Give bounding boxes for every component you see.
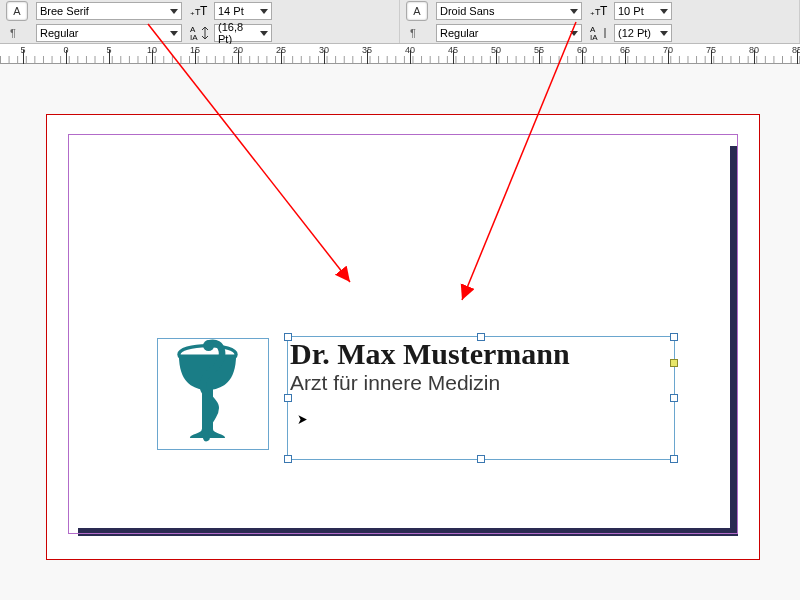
ruler-label: 45 xyxy=(448,45,458,55)
logo-image-frame[interactable] xyxy=(157,338,269,450)
font-size-value: 10 Pt xyxy=(618,5,644,17)
ruler-label: 40 xyxy=(405,45,415,55)
horizontal-ruler[interactable]: 105051015202530354045505560657075808590 xyxy=(0,44,800,64)
document-canvas[interactable]: Dr. Max Mustermann Arzt für innere Mediz… xyxy=(0,64,800,600)
ruler-label: 5 xyxy=(106,45,111,55)
leading-combo-right[interactable]: (12 Pt) xyxy=(614,24,672,42)
selection-handle[interactable] xyxy=(284,394,292,402)
dropdown-triangle-icon xyxy=(660,31,668,36)
font-family-combo-left[interactable]: Bree Serif xyxy=(36,2,182,20)
leading-icon: AIA xyxy=(586,25,614,41)
ruler-label: 20 xyxy=(233,45,243,55)
dropdown-triangle-icon xyxy=(170,9,178,14)
text-toolbars: A Bree Serif ₊TT 14 Pt ¶ Regular AIA (16… xyxy=(0,0,800,44)
ruler-label: 25 xyxy=(276,45,286,55)
selection-handle[interactable] xyxy=(670,455,678,463)
ruler-label: 35 xyxy=(362,45,372,55)
font-style-value: Regular xyxy=(440,27,479,39)
subtitle-text[interactable]: Arzt für innere Medizin xyxy=(288,371,674,395)
font-size-icon: ₊TT xyxy=(186,3,214,19)
font-family-value: Droid Sans xyxy=(440,5,494,17)
title-text[interactable]: Dr. Max Mustermann xyxy=(288,337,674,371)
char-palette-toggle-left[interactable]: A xyxy=(6,1,28,21)
font-size-combo-left[interactable]: 14 Pt xyxy=(214,2,272,20)
bowl-of-hygieia-icon xyxy=(158,339,268,449)
ruler-label: 60 xyxy=(577,45,587,55)
selection-handle[interactable] xyxy=(670,394,678,402)
font-size-icon: ₊TT xyxy=(586,3,614,19)
leading-value: (12 Pt) xyxy=(618,27,651,39)
toolbar-character-left: A Bree Serif ₊TT 14 Pt ¶ Regular AIA (16… xyxy=(0,0,400,43)
dropdown-triangle-icon xyxy=(260,31,268,36)
svg-text:T: T xyxy=(200,4,208,18)
mouse-cursor-icon: ➤ xyxy=(297,411,308,427)
ruler-label: 55 xyxy=(534,45,544,55)
ruler-label: 5 xyxy=(20,45,25,55)
toolbar-character-right: A Droid Sans ₊TT 10 Pt ¶ Regular AIA (12… xyxy=(400,0,800,43)
ruler-label: 0 xyxy=(63,45,68,55)
font-size-value: 14 Pt xyxy=(218,5,244,17)
dropdown-triangle-icon xyxy=(260,9,268,14)
font-style-combo-left[interactable]: Regular xyxy=(36,24,182,42)
selection-handle[interactable] xyxy=(477,455,485,463)
ruler-label: 50 xyxy=(491,45,501,55)
selection-handle[interactable] xyxy=(284,333,292,341)
dropdown-triangle-icon xyxy=(570,31,578,36)
ruler-label: 80 xyxy=(749,45,759,55)
ruler-label: 10 xyxy=(147,45,157,55)
font-style-value: Regular xyxy=(40,27,79,39)
dropdown-triangle-icon xyxy=(570,9,578,14)
svg-text:IA: IA xyxy=(190,33,198,41)
leading-value: (16,8 Pt) xyxy=(218,21,260,45)
ruler-label: 15 xyxy=(190,45,200,55)
selection-handle[interactable] xyxy=(284,455,292,463)
para-palette-toggle-left[interactable]: ¶ xyxy=(10,27,36,39)
dropdown-triangle-icon xyxy=(170,31,178,36)
font-style-combo-right[interactable]: Regular xyxy=(436,24,582,42)
ruler-label: 85 xyxy=(792,45,800,55)
svg-text:IA: IA xyxy=(590,33,598,41)
dropdown-triangle-icon xyxy=(660,9,668,14)
font-family-combo-right[interactable]: Droid Sans xyxy=(436,2,582,20)
selection-handle[interactable] xyxy=(477,333,485,341)
selection-handle[interactable] xyxy=(670,333,678,341)
font-family-value: Bree Serif xyxy=(40,5,89,17)
leading-combo-left[interactable]: (16,8 Pt) xyxy=(214,24,272,42)
text-frame[interactable]: Dr. Max Mustermann Arzt für innere Mediz… xyxy=(287,336,675,460)
para-palette-toggle-right[interactable]: ¶ xyxy=(410,27,436,39)
leading-icon: AIA xyxy=(186,25,214,41)
svg-point-9 xyxy=(203,340,214,351)
text-overflow-handle[interactable] xyxy=(670,359,678,367)
ruler-label: 75 xyxy=(706,45,716,55)
ruler-label: 30 xyxy=(319,45,329,55)
ruler-label: 65 xyxy=(620,45,630,55)
font-size-combo-right[interactable]: 10 Pt xyxy=(614,2,672,20)
svg-text:T: T xyxy=(600,4,608,18)
page-bleed-frame xyxy=(68,134,738,534)
char-palette-toggle-right[interactable]: A xyxy=(406,1,428,21)
ruler-label: 70 xyxy=(663,45,673,55)
